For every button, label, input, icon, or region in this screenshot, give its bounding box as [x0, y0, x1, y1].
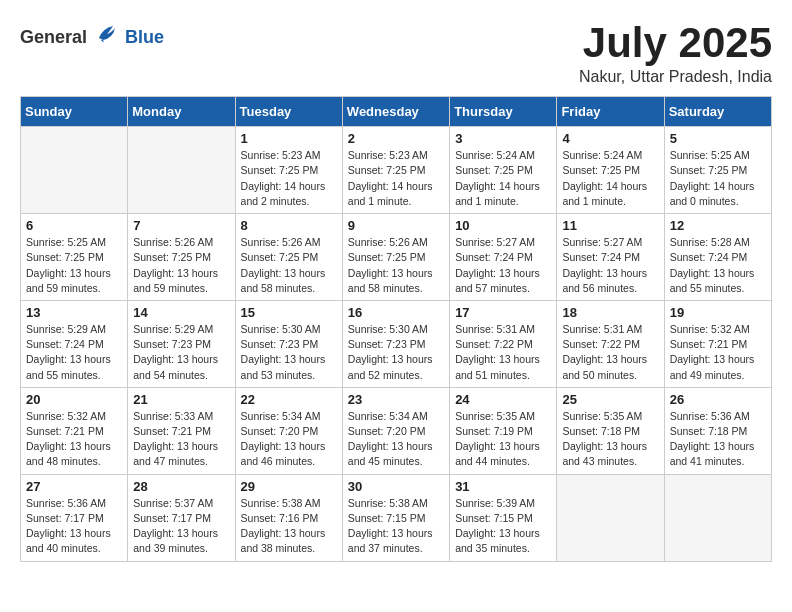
sunrise-text: Sunrise: 5:36 AM [670, 409, 766, 424]
sunset-text: Sunset: 7:25 PM [455, 163, 551, 178]
calendar-cell: 31Sunrise: 5:39 AMSunset: 7:15 PMDayligh… [450, 474, 557, 561]
calendar-cell: 9Sunrise: 5:26 AMSunset: 7:25 PMDaylight… [342, 214, 449, 301]
sunrise-text: Sunrise: 5:38 AM [241, 496, 337, 511]
calendar-cell: 25Sunrise: 5:35 AMSunset: 7:18 PMDayligh… [557, 387, 664, 474]
daylight-text: Daylight: 13 hours and 59 minutes. [133, 266, 229, 296]
calendar-header-saturday: Saturday [664, 97, 771, 127]
daylight-text: Daylight: 14 hours and 1 minute. [348, 179, 444, 209]
sunrise-text: Sunrise: 5:25 AM [26, 235, 122, 250]
calendar-cell: 19Sunrise: 5:32 AMSunset: 7:21 PMDayligh… [664, 300, 771, 387]
sunset-text: Sunset: 7:16 PM [241, 511, 337, 526]
sunset-text: Sunset: 7:25 PM [348, 163, 444, 178]
day-number: 6 [26, 218, 122, 233]
daylight-text: Daylight: 13 hours and 39 minutes. [133, 526, 229, 556]
sunrise-text: Sunrise: 5:29 AM [26, 322, 122, 337]
day-number: 23 [348, 392, 444, 407]
calendar-cell: 10Sunrise: 5:27 AMSunset: 7:24 PMDayligh… [450, 214, 557, 301]
page-header: General Blue July 2025 Nakur, Uttar Prad… [20, 20, 772, 86]
sunrise-text: Sunrise: 5:34 AM [241, 409, 337, 424]
calendar-cell: 21Sunrise: 5:33 AMSunset: 7:21 PMDayligh… [128, 387, 235, 474]
calendar-cell: 29Sunrise: 5:38 AMSunset: 7:16 PMDayligh… [235, 474, 342, 561]
sunrise-text: Sunrise: 5:32 AM [670, 322, 766, 337]
daylight-text: Daylight: 13 hours and 55 minutes. [26, 352, 122, 382]
calendar-header-row: SundayMondayTuesdayWednesdayThursdayFrid… [21, 97, 772, 127]
calendar-cell: 22Sunrise: 5:34 AMSunset: 7:20 PMDayligh… [235, 387, 342, 474]
day-number: 22 [241, 392, 337, 407]
calendar-week-row: 20Sunrise: 5:32 AMSunset: 7:21 PMDayligh… [21, 387, 772, 474]
day-number: 25 [562, 392, 658, 407]
sunset-text: Sunset: 7:20 PM [241, 424, 337, 439]
sunrise-text: Sunrise: 5:27 AM [455, 235, 551, 250]
sunset-text: Sunset: 7:18 PM [670, 424, 766, 439]
sunrise-text: Sunrise: 5:34 AM [348, 409, 444, 424]
sunset-text: Sunset: 7:25 PM [562, 163, 658, 178]
calendar-cell [21, 127, 128, 214]
logo: General Blue [20, 20, 164, 54]
sunrise-text: Sunrise: 5:31 AM [562, 322, 658, 337]
calendar-cell [557, 474, 664, 561]
daylight-text: Daylight: 13 hours and 51 minutes. [455, 352, 551, 382]
calendar-cell: 11Sunrise: 5:27 AMSunset: 7:24 PMDayligh… [557, 214, 664, 301]
sunset-text: Sunset: 7:23 PM [348, 337, 444, 352]
logo-text-blue: Blue [125, 27, 164, 48]
calendar-header-sunday: Sunday [21, 97, 128, 127]
calendar-cell: 28Sunrise: 5:37 AMSunset: 7:17 PMDayligh… [128, 474, 235, 561]
daylight-text: Daylight: 13 hours and 43 minutes. [562, 439, 658, 469]
sunset-text: Sunset: 7:23 PM [133, 337, 229, 352]
sunrise-text: Sunrise: 5:26 AM [241, 235, 337, 250]
title-block: July 2025 Nakur, Uttar Pradesh, India [579, 20, 772, 86]
sunset-text: Sunset: 7:17 PM [133, 511, 229, 526]
daylight-text: Daylight: 13 hours and 35 minutes. [455, 526, 551, 556]
sunrise-text: Sunrise: 5:30 AM [348, 322, 444, 337]
sunrise-text: Sunrise: 5:38 AM [348, 496, 444, 511]
sunset-text: Sunset: 7:23 PM [241, 337, 337, 352]
month-title: July 2025 [579, 20, 772, 66]
sunrise-text: Sunrise: 5:29 AM [133, 322, 229, 337]
sunrise-text: Sunrise: 5:26 AM [133, 235, 229, 250]
calendar-cell: 6Sunrise: 5:25 AMSunset: 7:25 PMDaylight… [21, 214, 128, 301]
daylight-text: Daylight: 13 hours and 58 minutes. [348, 266, 444, 296]
sunset-text: Sunset: 7:24 PM [26, 337, 122, 352]
day-number: 18 [562, 305, 658, 320]
day-number: 12 [670, 218, 766, 233]
calendar-cell: 15Sunrise: 5:30 AMSunset: 7:23 PMDayligh… [235, 300, 342, 387]
day-number: 16 [348, 305, 444, 320]
daylight-text: Daylight: 13 hours and 40 minutes. [26, 526, 122, 556]
calendar-cell: 12Sunrise: 5:28 AMSunset: 7:24 PMDayligh… [664, 214, 771, 301]
calendar-cell: 23Sunrise: 5:34 AMSunset: 7:20 PMDayligh… [342, 387, 449, 474]
daylight-text: Daylight: 14 hours and 0 minutes. [670, 179, 766, 209]
day-number: 13 [26, 305, 122, 320]
calendar-cell: 3Sunrise: 5:24 AMSunset: 7:25 PMDaylight… [450, 127, 557, 214]
daylight-text: Daylight: 13 hours and 53 minutes. [241, 352, 337, 382]
day-number: 11 [562, 218, 658, 233]
day-number: 27 [26, 479, 122, 494]
day-number: 17 [455, 305, 551, 320]
sunset-text: Sunset: 7:25 PM [670, 163, 766, 178]
sunset-text: Sunset: 7:25 PM [241, 163, 337, 178]
calendar-body: 1Sunrise: 5:23 AMSunset: 7:25 PMDaylight… [21, 127, 772, 561]
sunrise-text: Sunrise: 5:27 AM [562, 235, 658, 250]
day-number: 1 [241, 131, 337, 146]
sunset-text: Sunset: 7:21 PM [26, 424, 122, 439]
day-number: 3 [455, 131, 551, 146]
calendar-table: SundayMondayTuesdayWednesdayThursdayFrid… [20, 96, 772, 561]
sunset-text: Sunset: 7:25 PM [241, 250, 337, 265]
daylight-text: Daylight: 13 hours and 47 minutes. [133, 439, 229, 469]
sunrise-text: Sunrise: 5:35 AM [455, 409, 551, 424]
calendar-header-monday: Monday [128, 97, 235, 127]
sunrise-text: Sunrise: 5:26 AM [348, 235, 444, 250]
daylight-text: Daylight: 13 hours and 59 minutes. [26, 266, 122, 296]
calendar-cell: 13Sunrise: 5:29 AMSunset: 7:24 PMDayligh… [21, 300, 128, 387]
calendar-cell: 18Sunrise: 5:31 AMSunset: 7:22 PMDayligh… [557, 300, 664, 387]
sunset-text: Sunset: 7:24 PM [455, 250, 551, 265]
daylight-text: Daylight: 13 hours and 50 minutes. [562, 352, 658, 382]
calendar-cell: 5Sunrise: 5:25 AMSunset: 7:25 PMDaylight… [664, 127, 771, 214]
day-number: 20 [26, 392, 122, 407]
calendar-cell: 8Sunrise: 5:26 AMSunset: 7:25 PMDaylight… [235, 214, 342, 301]
calendar-header-tuesday: Tuesday [235, 97, 342, 127]
day-number: 31 [455, 479, 551, 494]
sunset-text: Sunset: 7:22 PM [562, 337, 658, 352]
calendar-header-wednesday: Wednesday [342, 97, 449, 127]
logo-text-general: General [20, 27, 87, 48]
sunrise-text: Sunrise: 5:33 AM [133, 409, 229, 424]
